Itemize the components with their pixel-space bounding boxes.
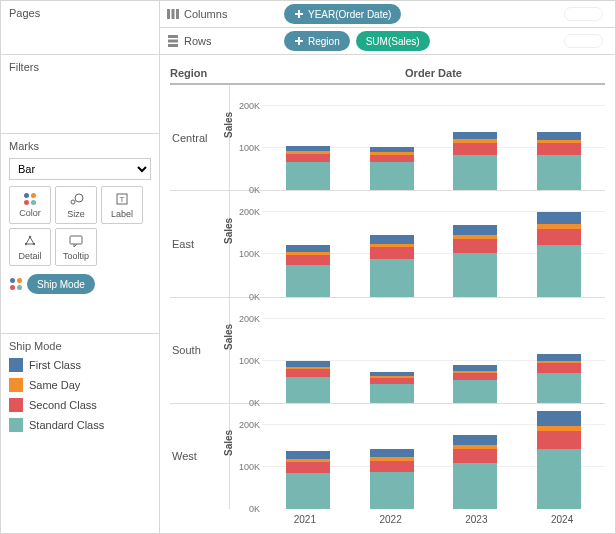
bar-segment[interactable] <box>453 449 497 463</box>
bar-segment[interactable] <box>453 373 497 380</box>
color-button[interactable]: Color <box>9 186 51 224</box>
orderdate-header[interactable]: Order Date <box>262 63 605 85</box>
bar-stack[interactable] <box>370 372 414 403</box>
measure-pill[interactable]: SUM(Sales) <box>356 31 430 51</box>
bar-stack[interactable] <box>370 147 414 191</box>
bar-segment[interactable] <box>370 449 414 458</box>
mark-type-select[interactable]: Bar <box>9 158 151 180</box>
bar-segment[interactable] <box>370 247 414 259</box>
bar-segment[interactable] <box>537 212 581 224</box>
bar-segment[interactable] <box>370 155 414 163</box>
bar-segment[interactable] <box>453 132 497 140</box>
region-cell[interactable]: South <box>170 298 230 403</box>
bar-segment[interactable] <box>537 373 581 403</box>
svg-rect-14 <box>168 40 178 43</box>
bar-segment[interactable] <box>286 265 330 297</box>
bar-segment[interactable] <box>286 451 330 459</box>
bar-segment[interactable] <box>453 143 497 155</box>
bar-segment[interactable] <box>370 461 414 473</box>
bar-stack[interactable] <box>453 365 497 402</box>
label-button[interactable]: T Label <box>101 186 143 224</box>
bar-segment[interactable] <box>537 431 581 449</box>
bar-stack[interactable] <box>286 361 330 403</box>
bar-segment[interactable] <box>370 162 414 190</box>
bar-column <box>439 304 513 403</box>
bar-segment[interactable] <box>537 132 581 141</box>
bar-segment[interactable] <box>537 354 581 361</box>
bar-segment[interactable] <box>453 253 497 297</box>
bar-segment[interactable] <box>370 259 414 297</box>
columns-shelf[interactable]: Columns YEAR(Order Date) <box>160 1 615 28</box>
bar-segment[interactable] <box>286 369 330 377</box>
detail-button[interactable]: Detail <box>9 228 51 266</box>
bar-segment[interactable] <box>453 463 497 509</box>
svg-rect-9 <box>172 9 175 19</box>
bar-stack[interactable] <box>370 235 414 297</box>
y-axis-cell: Sales0K100K200K <box>230 404 262 509</box>
pill-label: YEAR(Order Date) <box>308 9 391 20</box>
label-icon: T <box>114 191 130 207</box>
region-header[interactable]: Region <box>170 63 262 85</box>
region-cell[interactable]: West <box>170 404 230 509</box>
dimension-pill[interactable]: YEAR(Order Date) <box>284 4 401 24</box>
bar-segment[interactable] <box>537 155 581 191</box>
legend-item[interactable]: Same Day <box>9 378 151 392</box>
bar-segment[interactable] <box>286 462 330 473</box>
marks-grid: Color Size T Label Detail Tooltip <box>9 186 151 266</box>
x-axis-label[interactable]: 2024 <box>551 514 573 525</box>
bar-segment[interactable] <box>537 363 581 373</box>
bar-stack[interactable] <box>453 225 497 297</box>
bar-stack[interactable] <box>537 411 581 509</box>
bar-segment[interactable] <box>286 154 330 163</box>
bar-segment[interactable] <box>370 235 414 244</box>
x-axis-label[interactable]: 2022 <box>380 514 402 525</box>
bar-stack[interactable] <box>537 132 581 191</box>
bar-segment[interactable] <box>286 473 330 509</box>
shipmode-pill[interactable]: Ship Mode <box>27 274 95 294</box>
bar-segment[interactable] <box>537 411 581 425</box>
plus-icon <box>294 9 304 19</box>
bar-stack[interactable] <box>537 212 581 296</box>
bar-stack[interactable] <box>453 132 497 191</box>
pill-label: SUM(Sales) <box>366 36 420 47</box>
bar-stack[interactable] <box>286 451 330 509</box>
bar-segment[interactable] <box>286 255 330 265</box>
legend-item[interactable]: Second Class <box>9 398 151 412</box>
bar-segment[interactable] <box>286 245 330 252</box>
marks-color-shelf[interactable]: Ship Mode <box>9 274 151 294</box>
bar-stack[interactable] <box>286 245 330 297</box>
bar-segment[interactable] <box>286 377 330 403</box>
x-axis-label[interactable]: 2023 <box>465 514 487 525</box>
app-root: Pages Filters Marks Bar Color Size T <box>0 0 616 534</box>
bar-segment[interactable] <box>370 384 414 403</box>
bar-segment[interactable] <box>537 229 581 245</box>
legend-item[interactable]: Standard Class <box>9 418 151 432</box>
bar-segment[interactable] <box>537 449 581 509</box>
bar-segment[interactable] <box>453 435 497 445</box>
x-axis-label[interactable]: 2021 <box>294 514 316 525</box>
bar-segment[interactable] <box>453 225 497 235</box>
bar-stack[interactable] <box>453 435 497 509</box>
bar-column <box>271 197 345 296</box>
legend-item[interactable]: First Class <box>9 358 151 372</box>
region-cell[interactable]: East <box>170 191 230 296</box>
filters-panel[interactable]: Filters <box>1 55 159 134</box>
bar-segment[interactable] <box>453 239 497 253</box>
bar-segment[interactable] <box>537 245 581 297</box>
bar-stack[interactable] <box>286 146 330 190</box>
dimension-pill[interactable]: Region <box>284 31 350 51</box>
tooltip-button[interactable]: Tooltip <box>55 228 97 266</box>
bar-segment[interactable] <box>286 162 330 190</box>
y-axis-cell: Sales0K100K200K <box>230 85 262 190</box>
bar-segment[interactable] <box>537 143 581 154</box>
legend-swatch <box>9 398 23 412</box>
size-button[interactable]: Size <box>55 186 97 224</box>
region-cell[interactable]: Central <box>170 85 230 190</box>
bar-segment[interactable] <box>453 380 497 403</box>
bar-stack[interactable] <box>370 449 414 509</box>
bar-stack[interactable] <box>537 354 581 403</box>
bar-segment[interactable] <box>453 155 497 191</box>
pages-panel[interactable]: Pages <box>1 1 159 55</box>
rows-shelf[interactable]: Rows RegionSUM(Sales) <box>160 28 615 55</box>
bar-segment[interactable] <box>370 472 414 509</box>
